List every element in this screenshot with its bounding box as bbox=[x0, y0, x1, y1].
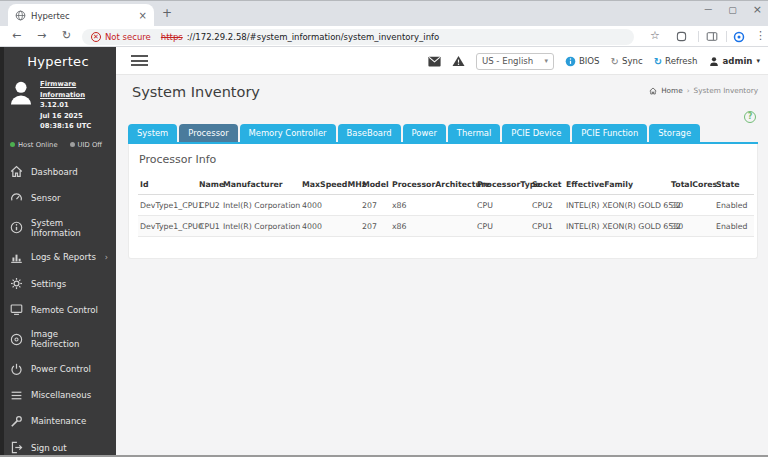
browser-tab-bar: Hypertec × + — ▢ × bbox=[0, 0, 768, 26]
host-status-row: Host OnlineUID Off bbox=[0, 134, 116, 155]
table-cell: Enabled bbox=[714, 216, 754, 237]
column-header-maxspeedmhz: MaxSpeedMHz bbox=[300, 174, 360, 195]
table-cell: INTEL(R) XEON(R) GOLD 6530 bbox=[564, 216, 669, 237]
user-caret-icon: ▾ bbox=[756, 57, 760, 65]
tab-pcie-function[interactable]: PCIE Function bbox=[572, 124, 647, 143]
tab-thermal[interactable]: Thermal bbox=[448, 124, 501, 143]
table-cell: Intel(R) Corporation bbox=[221, 216, 300, 237]
table-cell: 207 bbox=[360, 216, 390, 237]
settings-gear-icon bbox=[10, 277, 23, 290]
alerts-warning-icon[interactable] bbox=[452, 55, 465, 67]
table-cell: DevType1_CPU1 bbox=[138, 195, 197, 216]
not-secure-icon: ✕ bbox=[91, 32, 101, 42]
sidebar-item-label: Remote Control bbox=[31, 305, 98, 315]
new-tab-button[interactable]: + bbox=[162, 6, 172, 20]
profile-avatar-icon[interactable] bbox=[733, 31, 745, 43]
sidebar-item-system-information[interactable]: System Information bbox=[0, 211, 116, 244]
sidebar-item-sign-out[interactable]: Sign out bbox=[0, 435, 116, 457]
sidebar-item-remote-control[interactable]: Remote Control bbox=[0, 297, 116, 323]
sidebar-item-label: Sensor bbox=[31, 193, 60, 203]
sidebar-item-maintenance[interactable]: Maintenance bbox=[0, 408, 116, 434]
column-header-id: Id bbox=[138, 174, 197, 195]
tab-system[interactable]: System bbox=[128, 124, 177, 143]
system-info-icon bbox=[10, 221, 23, 234]
table-row[interactable]: DevType1_CPU0CPU1Intel(R) Corporation400… bbox=[138, 216, 754, 237]
table-cell: CPU1 bbox=[530, 216, 564, 237]
sidebar-item-label: Miscellaneous bbox=[31, 390, 91, 400]
firmware-date: Jul 16 2025 08:38:16 UTC bbox=[40, 111, 112, 132]
sidebar-item-label: Dashboard bbox=[31, 167, 78, 177]
chevron-right-icon: › bbox=[105, 253, 108, 262]
bios-label: BIOS bbox=[579, 56, 600, 66]
user-menu[interactable]: admin ▾ bbox=[709, 56, 761, 67]
breadcrumb: Home › System Inventory bbox=[649, 86, 758, 95]
breadcrumb-home-icon bbox=[649, 87, 657, 95]
sidebar-item-miscellaneous[interactable]: Miscellaneous bbox=[0, 382, 116, 408]
browser-tab[interactable]: Hypertec × bbox=[8, 4, 154, 27]
dashboard-home-icon bbox=[10, 165, 23, 178]
table-cell: INTEL(R) XEON(R) GOLD 6530 bbox=[564, 195, 669, 216]
caret-down-icon: ▾ bbox=[544, 57, 548, 65]
sidebar-item-sensor[interactable]: Sensor bbox=[0, 185, 116, 211]
window-maximize-button[interactable]: ▢ bbox=[728, 5, 737, 15]
reload-button[interactable]: ↻ bbox=[62, 29, 71, 42]
window-minimize-button[interactable]: — bbox=[704, 5, 712, 14]
column-header-model: Model bbox=[360, 174, 390, 195]
table-cell: CPU1 bbox=[197, 216, 221, 237]
table-cell: Enabled bbox=[714, 195, 754, 216]
refresh-button[interactable]: ↻ Refresh bbox=[654, 56, 698, 67]
breadcrumb-home[interactable]: Home bbox=[661, 86, 683, 95]
address-bar[interactable]: ✕ Not secure https://172.29.2.58/#system… bbox=[82, 29, 634, 45]
inventory-tabs: SystemProcessorMemory ControllerBaseBoar… bbox=[128, 124, 758, 143]
bios-button[interactable]: BIOS bbox=[565, 56, 600, 67]
tab-baseboard[interactable]: BaseBoard bbox=[338, 124, 401, 143]
breadcrumb-current: System Inventory bbox=[694, 86, 758, 95]
column-header-state: State bbox=[714, 174, 754, 195]
tab-storage[interactable]: Storage bbox=[649, 124, 700, 143]
messages-envelope-icon[interactable] bbox=[428, 56, 441, 67]
url-text: ://172.29.2.58/#system_information/syste… bbox=[187, 32, 439, 42]
language-select[interactable]: US - English ▾ bbox=[476, 53, 554, 70]
column-header-manufacturer: Manufacturer bbox=[221, 174, 300, 195]
tab-processor[interactable]: Processor bbox=[179, 124, 237, 143]
favicon-globe-icon bbox=[15, 10, 26, 21]
table-row[interactable]: DevType1_CPU1CPU2Intel(R) Corporation400… bbox=[138, 195, 754, 216]
processor-table: IdNameManufacturerMaxSpeedMHzModelProces… bbox=[138, 174, 754, 237]
firmware-version: 3.12.01 bbox=[40, 100, 112, 111]
tab-power[interactable]: Power bbox=[403, 124, 446, 143]
extensions-icon[interactable] bbox=[676, 31, 687, 42]
sidebar-item-label: Sign out bbox=[31, 443, 67, 453]
bios-info-icon bbox=[565, 56, 576, 67]
sidebar-item-label: Power Control bbox=[31, 364, 91, 374]
panel-heading: Processor Info bbox=[129, 144, 757, 170]
help-icon[interactable]: ? bbox=[744, 111, 756, 123]
refresh-label: Refresh bbox=[665, 56, 697, 66]
sidebar-item-image-redirection[interactable]: Image Redirection bbox=[0, 323, 116, 356]
miscellaneous-list-icon bbox=[10, 389, 23, 402]
sidebar-item-logs-reports[interactable]: Logs & Reports› bbox=[0, 244, 116, 270]
sync-icon: ↻ bbox=[611, 56, 619, 67]
sidebar-scrollbar[interactable] bbox=[0, 47, 4, 455]
bookmark-star-icon[interactable]: ☆ bbox=[650, 29, 660, 42]
user-name: admin bbox=[723, 56, 753, 66]
sensor-gauge-icon bbox=[10, 191, 23, 204]
sync-button[interactable]: ↻ Sync bbox=[611, 56, 643, 67]
tab-title: Hypertec bbox=[31, 11, 134, 21]
tab-pcie-device[interactable]: PCIE Device bbox=[502, 124, 570, 143]
hamburger-menu-icon[interactable] bbox=[131, 55, 148, 69]
tab-memory-controller[interactable]: Memory Controller bbox=[240, 124, 336, 143]
sidebar: Hypertec Firmware Information 3.12.01 Ju… bbox=[0, 47, 116, 455]
browser-menu-icon[interactable]: ⋮ bbox=[755, 29, 766, 42]
sidebar-item-settings[interactable]: Settings bbox=[0, 270, 116, 296]
back-button[interactable]: ← bbox=[12, 29, 21, 42]
maintenance-wrench-icon bbox=[10, 415, 23, 428]
tab-close-icon[interactable]: × bbox=[139, 10, 147, 21]
side-panel-icon[interactable] bbox=[706, 31, 718, 42]
sidebar-item-power-control[interactable]: Power Control bbox=[0, 356, 116, 382]
window-close-button[interactable]: × bbox=[753, 3, 762, 16]
forward-button[interactable]: → bbox=[37, 29, 46, 42]
firmware-information-link[interactable]: Firmware Information bbox=[40, 79, 112, 100]
sidebar-item-label: System Information bbox=[31, 218, 108, 238]
sync-label: Sync bbox=[622, 56, 643, 66]
sidebar-item-dashboard[interactable]: Dashboard bbox=[0, 159, 116, 185]
